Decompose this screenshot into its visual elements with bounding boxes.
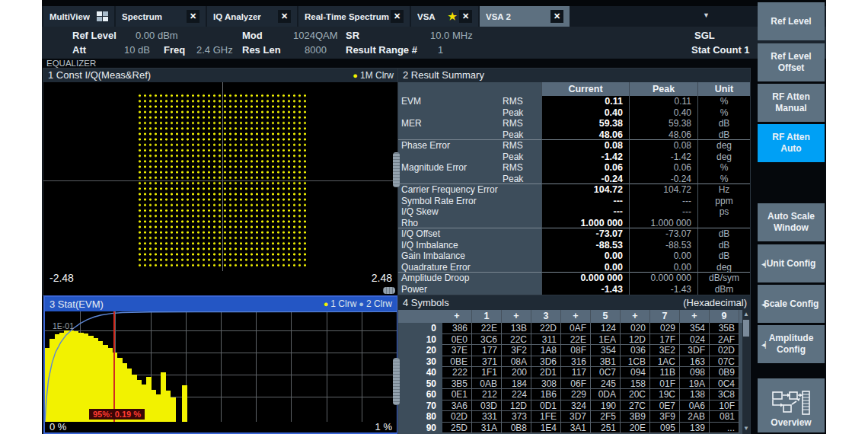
submenu-arrow-icon: ◂| <box>761 298 766 310</box>
softkey-scale-config[interactable]: ◂| Scale Config <box>758 285 825 323</box>
channel-info-bar: Ref Level 0.00 dBm Mod 1024QAM SR 10.0 M… <box>42 27 826 59</box>
symbols-table-header: +1+3+5+7+9 <box>398 310 742 323</box>
stat-count[interactable]: Stat Count 1 <box>691 44 750 56</box>
table-row: Quadrature Error0.000.00deg <box>398 262 750 273</box>
pane-splitter-handle[interactable] <box>393 358 400 405</box>
evm-histogram-plot[interactable]: 1E-01 95%: 0.19 % <box>45 311 397 422</box>
percentile-marker-label: 95%: 0.19 % <box>89 409 145 420</box>
screenshot-page: MultiView Spectrum ✕ IQ Analyzer ✕ Real-… <box>0 0 868 434</box>
res-len-label[interactable]: Res Len <box>242 44 281 56</box>
result-range-label[interactable]: Result Range # <box>346 44 417 56</box>
mod-value[interactable]: 1024QAM <box>293 30 338 41</box>
table-row: Rho1.000 0001.000 000 <box>398 218 750 229</box>
header-unit: Unit <box>697 82 750 96</box>
header-current: Current <box>541 82 629 96</box>
header-peak: Peak <box>629 82 697 96</box>
close-icon[interactable]: ✕ <box>187 10 199 23</box>
symbols-panel: 4 Symbols (Hexadecimal) +1+3+5+7+9 03862… <box>398 295 750 434</box>
softkey-label: Unit Config <box>767 258 816 270</box>
softkey-ref-level-offset[interactable]: Ref Level Offset <box>758 43 825 81</box>
tab-iq-analyzer[interactable]: IQ Analyzer ✕ <box>207 6 297 27</box>
sr-label[interactable]: SR <box>346 30 359 41</box>
table-row: Carrier Frequency Error104.72104.72Hz <box>398 184 750 196</box>
ref-level-value[interactable]: 0.00 dBm <box>136 30 178 41</box>
trace1-label: 1M Clrw <box>360 69 394 82</box>
result-range-value[interactable]: 1 <box>438 44 443 56</box>
close-icon[interactable]: ✕ <box>459 10 472 23</box>
y-gridline-label: 1E-01 <box>53 321 74 330</box>
tab-label: MultiView <box>49 12 90 21</box>
tab-label: IQ Analyzer <box>213 12 261 21</box>
table-row: 2037E1773F21A808F3540363E23DF02D <box>398 345 742 356</box>
softkey-label: Overview <box>771 417 811 429</box>
scrollbar-thumb[interactable] <box>743 320 749 337</box>
constellation-plot[interactable] <box>43 82 398 271</box>
res-len-value[interactable]: 8000 <box>305 44 327 56</box>
pane-splitter-handle[interactable] <box>393 152 400 187</box>
trace-legend: ● 1M Clrw <box>353 69 394 82</box>
close-icon[interactable]: ✕ <box>550 10 563 23</box>
submenu-arrow-icon: ◂| <box>761 339 766 350</box>
result-panel-title-bar: 2 Result Summary <box>398 69 750 82</box>
tab-multiview[interactable]: MultiView <box>43 6 114 27</box>
pane-splitter-handle[interactable] <box>383 287 395 294</box>
table-row: 503B50AB18430806F24515801F19A0C4 <box>398 378 742 390</box>
equalizer-status-line: EQUALIZER <box>46 59 831 69</box>
softkey-auto-scale-window[interactable]: Auto Scale Window <box>758 203 825 241</box>
tab-vsa[interactable]: VSA ★ ✕ <box>411 6 478 27</box>
ref-level-label[interactable]: Ref Level <box>72 30 116 41</box>
tab-spectrum[interactable]: Spectrum ✕ <box>116 6 206 27</box>
table-row: I/Q Offset-73.07-73.07dB <box>398 228 750 240</box>
freq-value[interactable]: 2.4 GHz <box>196 44 233 56</box>
tab-vsa2-active[interactable]: VSA 2 ✕ <box>480 6 570 27</box>
table-row: 402221F12002D11170C709411B0980B9 <box>398 367 742 378</box>
symbols-table-rows: 038622E13B22D0AF12402002935435B100E03C62… <box>398 323 742 433</box>
trace2-dot-icon: ● <box>359 300 364 308</box>
table-row: I/Q Imbalance-88.53-88.53dB <box>398 240 750 251</box>
constellation-points-1024qam <box>137 93 308 268</box>
softkey-unit-config[interactable]: ◂| Unit Config <box>758 244 825 282</box>
table-row: Symbol Rate Error------ppm <box>398 196 750 207</box>
softkey-rf-atten-auto[interactable]: RF Atten Auto <box>758 124 825 162</box>
softkey-rf-atten-manual[interactable]: RF Atten Manual <box>758 84 825 122</box>
softkey-label: Auto Scale Window <box>762 211 820 234</box>
scroll-down-icon[interactable]: ▼ <box>742 424 750 432</box>
table-row: 703A603D12D0D132419027C0E70A610F <box>398 400 742 412</box>
window-top-strip <box>42 0 826 6</box>
chevron-down-icon[interactable]: ▼ <box>703 11 710 19</box>
softkey-ref-level[interactable]: Ref Level <box>758 2 825 40</box>
att-label[interactable]: Att <box>72 44 86 56</box>
close-icon[interactable]: ✕ <box>278 10 291 23</box>
panel-title: 4 Symbols <box>403 295 449 310</box>
tab-real-time-spectrum[interactable]: Real-Time Spectrum ✕ <box>298 6 410 27</box>
softkey-overview[interactable]: Overview <box>758 378 825 432</box>
symbols-scrollbar[interactable]: ▲ ▼ <box>742 310 750 434</box>
x-axis-max: 2.48 <box>372 272 392 284</box>
table-row: 300BE37108A3D63163B11CB1AC16307C <box>398 356 742 368</box>
percentile-marker-line[interactable] <box>113 311 115 422</box>
softkey-amplitude-config[interactable]: ◂| Amplitude Config <box>758 325 825 363</box>
sr-value[interactable]: 10.0 MHz <box>430 30 473 41</box>
table-row: 600E12122241B62290DA20C19C1383C8 <box>398 389 742 400</box>
symbols-panel-title-bar: 4 Symbols (Hexadecimal) <box>398 295 750 310</box>
cdf-curve-trace2 <box>45 311 397 422</box>
table-row: Peak-0.24-0.24% <box>398 174 750 185</box>
mod-label[interactable]: Mod <box>242 30 263 41</box>
softkey-label: RF Atten Auto <box>762 132 820 155</box>
table-row: Magnitude ErrorRMS0.060.06% <box>398 162 750 174</box>
table-row: +1+3+5+7+9 <box>398 310 742 323</box>
freq-label[interactable]: Freq <box>164 44 185 56</box>
sweep-mode-sgl[interactable]: SGL <box>694 30 715 41</box>
table-row: 100E03C622C31122E1EA12D17F0242AF <box>398 334 742 346</box>
table-row: Peak48.0648.06dB <box>398 129 750 141</box>
table-row: I/Q Skew------ps <box>398 206 750 218</box>
x-axis-max: 1 % <box>375 421 392 432</box>
att-value[interactable]: 10 dB <box>124 44 150 56</box>
table-row: Gain Imbalance0.000.00dB <box>398 251 750 262</box>
trace-legend: ● 1 Clrw ● 2 Clrw <box>324 297 392 311</box>
const-panel-title-bar: 1 Const I/Q(Meas&Ref) ● 1M Clrw <box>43 69 398 82</box>
trace1-dot-icon: ● <box>353 72 358 80</box>
close-icon[interactable]: ✕ <box>391 10 404 23</box>
scroll-up-icon[interactable]: ▲ <box>742 310 750 318</box>
table-row: Phase ErrorRMS0.080.08deg <box>398 140 750 152</box>
